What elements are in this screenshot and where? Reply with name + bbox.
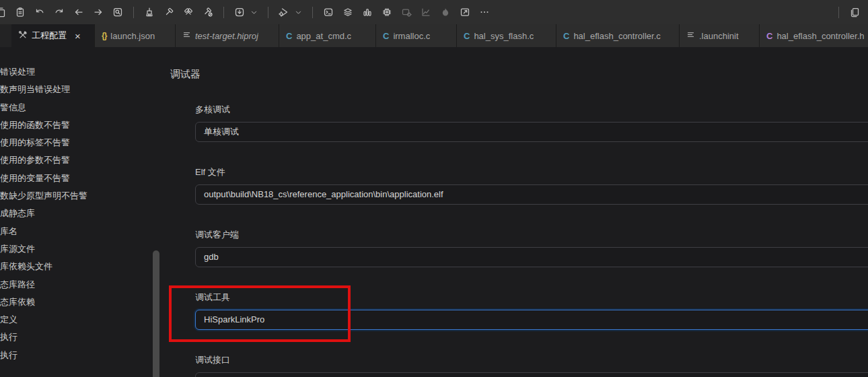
clean-icon[interactable]	[143, 5, 156, 19]
stack-icon[interactable]	[341, 5, 355, 19]
toolbar-separator	[223, 7, 224, 18]
back-icon[interactable]	[72, 5, 85, 19]
sidebar-item[interactable]: 定义	[0, 311, 161, 329]
terminal-icon[interactable]	[322, 5, 335, 19]
field-label: Elf 文件	[195, 166, 868, 178]
paste-icon[interactable]	[13, 5, 27, 19]
tab-label: launch.json	[110, 31, 155, 41]
tab-label: test-target.hiproj	[195, 31, 258, 41]
debugger-settings-panel: 调试器 多核调试 单核调试 Elf 文件 output\build\NB18_c…	[161, 47, 868, 377]
line-chart-icon[interactable]	[419, 5, 433, 19]
profiling-icon[interactable]	[361, 5, 374, 19]
debug-dropdown-chevron-icon[interactable]	[295, 5, 303, 19]
sidebar-item[interactable]: 数声明当错误处理	[0, 81, 161, 98]
sidebar-item[interactable]: 库源文件	[0, 240, 161, 258]
field-label: 调试接口	[195, 354, 868, 366]
c-file-icon: C	[286, 31, 292, 41]
page-title: 调试器	[170, 67, 868, 81]
field-label: 调试工具	[195, 292, 868, 304]
sidebar-item[interactable]: 态库依赖	[0, 294, 161, 311]
debug-run-icon[interactable]	[277, 5, 291, 19]
tab-label: irmalloc.c	[393, 31, 430, 41]
search-editor-icon[interactable]	[111, 5, 124, 19]
flash-dropdown-chevron-icon[interactable]	[250, 5, 259, 19]
c-file-icon: C	[563, 31, 569, 41]
redo-icon[interactable]	[52, 5, 66, 19]
tab-launchinit[interactable]: .launchinit	[680, 24, 760, 47]
tab-label: hal_eflash_controller.h	[776, 31, 864, 41]
field-label: 调试客户端	[195, 229, 868, 241]
debugger-form: 多核调试 单核调试 Elf 文件 output\build\NB18_cs\re…	[195, 104, 868, 377]
tab-label: app_at_cmd.c	[296, 31, 351, 41]
toolbar-separator	[133, 7, 134, 18]
cancel-build-icon[interactable]	[201, 5, 215, 19]
flame-icon[interactable]	[439, 5, 452, 19]
open-editors-icon[interactable]	[848, 5, 861, 19]
toolbar-separator	[268, 7, 268, 18]
sidebar-item[interactable]: 执行	[0, 347, 161, 364]
field-elf-file: Elf 文件 output\build\NB18_cs\reference_ap…	[195, 166, 868, 205]
rebuild-icon[interactable]	[182, 5, 195, 19]
close-icon[interactable]: ×	[75, 31, 81, 41]
settings-nav-sidebar: 错误处理 数声明当错误处理 警信息 使用的函数不告警 使用的标签不告警 使用的参…	[0, 47, 161, 377]
tab-label: hal_sys_flash.c	[474, 31, 534, 41]
list-icon	[686, 30, 695, 41]
field-debug-tool: 调试工具 HiSparkLinkPro	[195, 292, 868, 330]
tab-test-target-hiproj[interactable]: test-target.hiproj	[176, 24, 279, 47]
debug-interface-input[interactable]	[195, 372, 868, 377]
field-debug-interface: 调试接口	[195, 354, 868, 377]
sidebar-item[interactable]: 执行	[0, 329, 161, 346]
debug-tool-input[interactable]: HiSparkLinkPro	[195, 310, 868, 330]
tab-project-config[interactable]: 工程配置 ×	[11, 24, 95, 47]
top-toolbar	[0, 0, 868, 24]
field-multicore-debug: 多核调试 单核调试	[195, 104, 868, 142]
tab-app-at-cmd-c[interactable]: C app_at_cmd.c	[279, 24, 376, 47]
tab-irmalloc-c[interactable]: C irmalloc.c	[376, 24, 457, 47]
sidebar-item[interactable]: 态库路径	[0, 276, 161, 294]
elf-file-input[interactable]: output\build\NB18_cs\reference_applicati…	[195, 184, 868, 205]
multicore-debug-input[interactable]: 单核调试	[195, 122, 868, 142]
sidebar-item[interactable]: 成静态库	[0, 205, 161, 222]
tab-hal-eflash-controller-h[interactable]: C hal_eflash_controller.h	[760, 24, 868, 47]
tab-hal-sys-flash-c[interactable]: C hal_sys_flash.c	[457, 24, 556, 47]
preview-window-icon[interactable]	[458, 5, 472, 19]
sidebar-item[interactable]: 使用的变量不告警	[0, 170, 161, 187]
tab-label: hal_eflash_controller.c	[573, 31, 660, 41]
gear-window-icon[interactable]	[400, 5, 413, 19]
flash-download-icon[interactable]	[233, 5, 246, 19]
sidebar-item[interactable]: 数缺少原型声明不告警	[0, 187, 161, 205]
scrollbar-thumb[interactable]	[153, 250, 159, 377]
copy-icon[interactable]	[0, 5, 7, 19]
sidebar-item[interactable]: 库依赖头文件	[0, 258, 161, 275]
sidebar-item[interactable]: 使用的标签不告警	[0, 134, 161, 151]
sidebar-item[interactable]: 警信息	[0, 99, 161, 116]
chip-icon[interactable]	[380, 5, 394, 19]
sidebar-item[interactable]: 错误处理	[0, 63, 161, 81]
editor-tab-bar: 工程配置 × {} launch.json test-target.hiproj…	[0, 24, 868, 47]
toolbar-separator	[312, 7, 313, 18]
forward-icon[interactable]	[92, 5, 105, 19]
toolbar-separator	[838, 7, 839, 18]
h-file-icon: C	[766, 31, 772, 41]
tab-launch-json[interactable]: {} launch.json	[95, 24, 176, 47]
field-debug-client: 调试客户端 gdb	[195, 229, 868, 267]
c-file-icon: C	[464, 31, 470, 41]
sidebar-item[interactable]: 使用的参数不告警	[0, 151, 161, 169]
sidebar-item[interactable]: 库名	[0, 223, 161, 240]
json-icon: {}	[102, 31, 106, 40]
field-label: 多核调试	[195, 104, 868, 116]
tab-label: .launchinit	[699, 31, 739, 41]
undo-icon[interactable]	[33, 5, 46, 19]
c-file-icon: C	[383, 31, 389, 41]
sidebar-item[interactable]: 使用的函数不告警	[0, 116, 161, 134]
list-icon	[182, 30, 191, 41]
build-icon[interactable]	[162, 5, 176, 19]
tab-hal-eflash-controller-c[interactable]: C hal_eflash_controller.c	[556, 24, 680, 47]
tab-label: 工程配置	[32, 30, 67, 42]
tab-bar-spacer	[0, 24, 11, 47]
debug-client-input[interactable]: gdb	[195, 247, 868, 267]
tools-icon	[18, 30, 28, 42]
settings-nav-list: 错误处理 数声明当错误处理 警信息 使用的函数不告警 使用的标签不告警 使用的参…	[0, 47, 161, 364]
more-icon[interactable]	[478, 5, 491, 19]
